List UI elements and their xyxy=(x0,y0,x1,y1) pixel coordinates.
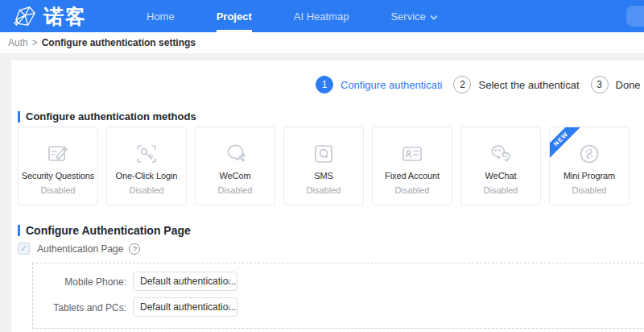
method-card-sms[interactable]: SMS Disabled xyxy=(283,127,364,205)
chevron-down-icon: ∨ xyxy=(226,298,232,316)
mobile-phone-field-row: Mobile Phone: Default authenticatio... ∨ xyxy=(33,272,237,291)
step-3-done: 3 Done xyxy=(591,76,641,93)
section-accent-bar xyxy=(18,225,20,236)
page-section-title: Configure Authentication Page xyxy=(18,224,191,237)
content-card: 1 Configure authenticati 2 Select the au… xyxy=(11,60,644,332)
status-label: Disabled xyxy=(130,185,164,195)
security-questions-icon xyxy=(44,139,72,168)
tablets-pcs-field-row: Tablets and PCs: Default authenticatio..… xyxy=(33,297,237,317)
method-card-security-questions[interactable]: Security Questions Disabled xyxy=(18,127,98,205)
status-label: Disabled xyxy=(41,185,76,195)
logo-text: 诺客 xyxy=(43,6,87,27)
nav-item-ai-heatmap[interactable]: AI Heatmap xyxy=(273,0,370,32)
section-accent-bar xyxy=(18,111,20,122)
nav-item-home[interactable]: Home xyxy=(126,0,196,32)
step-3-label: Done xyxy=(616,79,641,91)
status-label: Disabled xyxy=(218,185,253,195)
tablets-pcs-label: Tablets and PCs: xyxy=(33,297,126,317)
chevron-down-icon xyxy=(430,10,438,23)
status-label: Disabled xyxy=(395,185,430,195)
status-label: Disabled xyxy=(572,185,607,195)
mini-program-icon xyxy=(576,139,603,168)
step-1-label: Configure authenticati xyxy=(341,79,442,91)
nav-item-project[interactable]: Project xyxy=(196,0,273,32)
chevron-down-icon: ∨ xyxy=(226,272,232,290)
one-click-login-icon xyxy=(133,139,160,168)
status-label: Disabled xyxy=(307,185,341,195)
breadcrumb: Auth > Configure authentication settings xyxy=(0,32,644,53)
step-2-label: Select the authenticat xyxy=(478,79,579,91)
top-navbar: 诺客 Home Project AI Heatmap Service xyxy=(0,0,644,32)
breadcrumb-root[interactable]: Auth xyxy=(8,37,28,48)
logo-gem-icon xyxy=(13,5,37,27)
fixed-account-icon xyxy=(398,139,426,168)
authentication-page-checkbox[interactable]: ✓ xyxy=(18,243,30,255)
mobile-phone-select[interactable]: Default authenticatio... ∨ xyxy=(133,272,237,291)
wechat-icon xyxy=(487,139,514,168)
step-3-number: 3 xyxy=(591,76,609,93)
authentication-page-label: Authentication Page xyxy=(37,243,123,255)
steps-indicator: 1 Configure authenticati 2 Select the au… xyxy=(316,76,644,93)
breadcrumb-separator: > xyxy=(32,37,38,48)
tablets-pcs-select[interactable]: Default authenticatio... ∨ xyxy=(133,297,237,317)
header-right-button[interactable] xyxy=(626,6,644,27)
app-logo[interactable]: 诺客 xyxy=(13,5,87,27)
breadcrumb-current: Configure authentication settings xyxy=(42,37,196,48)
status-label: Disabled xyxy=(484,185,518,195)
step-2-number: 2 xyxy=(453,76,471,93)
wecom-icon xyxy=(221,139,249,168)
method-card-mini-program[interactable]: NEW Mini Program Disabled xyxy=(549,127,630,205)
step-1-number: 1 xyxy=(316,76,333,93)
method-card-fixed-account[interactable]: Fixed Account Disabled xyxy=(372,127,452,205)
methods-section-title: Configure authentication methods xyxy=(18,110,196,122)
step-1-configure: 1 Configure authenticati xyxy=(316,76,442,93)
mobile-phone-label: Mobile Phone: xyxy=(33,272,126,291)
nav-item-service[interactable]: Service xyxy=(369,0,458,32)
methods-row: Security Questions Disabled One-Click Lo… xyxy=(18,127,630,205)
sms-icon xyxy=(310,139,337,168)
method-card-wecom[interactable]: WeCom Disabled xyxy=(195,127,275,205)
authentication-page-panel: Mobile Phone: Default authenticatio... ∨… xyxy=(32,263,644,329)
main-nav: Home Project AI Heatmap Service xyxy=(126,0,459,32)
method-card-one-click-login[interactable]: One-Click Login Disabled xyxy=(106,127,187,205)
method-card-wechat[interactable]: WeChat Disabled xyxy=(460,127,541,205)
authentication-page-row: ✓ Authentication Page ? xyxy=(18,243,140,255)
step-2-select: 2 Select the authenticat xyxy=(453,76,579,93)
help-icon[interactable]: ? xyxy=(129,243,140,255)
